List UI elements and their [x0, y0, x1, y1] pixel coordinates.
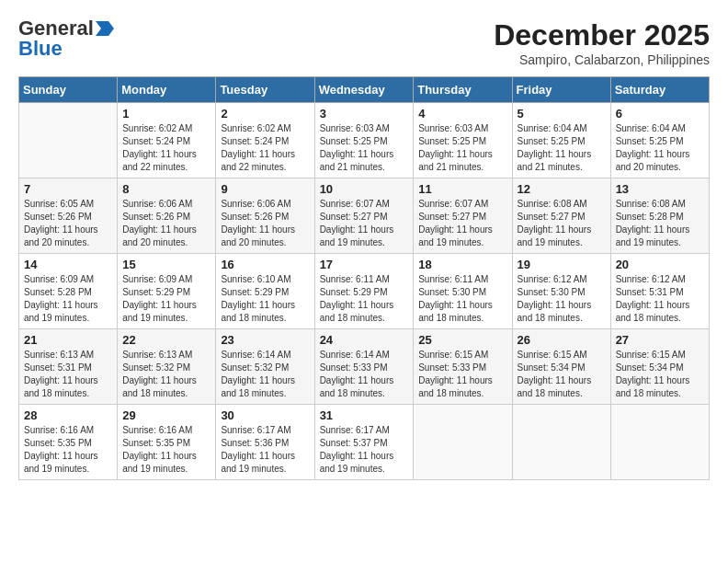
- day-info: Sunrise: 6:03 AM Sunset: 5:25 PM Dayligh…: [320, 122, 409, 174]
- calendar-cell: 23Sunrise: 6:14 AM Sunset: 5:32 PM Dayli…: [216, 329, 314, 405]
- day-number: 27: [616, 333, 704, 347]
- day-number: 11: [418, 182, 506, 196]
- day-number: 6: [616, 107, 704, 121]
- logo-blue: Blue: [18, 39, 63, 59]
- day-info: Sunrise: 6:05 AM Sunset: 5:26 PM Dayligh…: [24, 198, 112, 249]
- day-info: Sunrise: 6:08 AM Sunset: 5:27 PM Dayligh…: [518, 198, 606, 249]
- column-header-wednesday: Wednesday: [314, 77, 414, 103]
- calendar-cell: 31Sunrise: 6:17 AM Sunset: 5:37 PM Dayli…: [314, 405, 414, 480]
- calendar-cell: [414, 405, 512, 480]
- calendar-cell: [512, 405, 610, 480]
- day-info: Sunrise: 6:10 AM Sunset: 5:29 PM Dayligh…: [221, 273, 309, 325]
- day-number: 15: [122, 258, 210, 271]
- day-number: 26: [518, 333, 606, 347]
- column-header-thursday: Thursday: [414, 77, 512, 103]
- calendar-cell: 7Sunrise: 6:05 AM Sunset: 5:26 PM Daylig…: [19, 178, 118, 254]
- calendar-cell: 17Sunrise: 6:11 AM Sunset: 5:29 PM Dayli…: [314, 254, 414, 329]
- day-info: Sunrise: 6:04 AM Sunset: 5:25 PM Dayligh…: [616, 122, 704, 174]
- calendar-cell: 15Sunrise: 6:09 AM Sunset: 5:29 PM Dayli…: [118, 254, 216, 329]
- day-number: 1: [122, 107, 210, 121]
- calendar-cell: 24Sunrise: 6:14 AM Sunset: 5:33 PM Dayli…: [314, 329, 414, 405]
- day-info: Sunrise: 6:17 AM Sunset: 5:37 PM Dayligh…: [320, 424, 409, 476]
- day-info: Sunrise: 6:08 AM Sunset: 5:28 PM Dayligh…: [616, 198, 704, 249]
- calendar-cell: 14Sunrise: 6:09 AM Sunset: 5:28 PM Dayli…: [19, 254, 118, 329]
- calendar-cell: 3Sunrise: 6:03 AM Sunset: 5:25 PM Daylig…: [314, 103, 414, 178]
- calendar-cell: 16Sunrise: 6:10 AM Sunset: 5:29 PM Dayli…: [216, 254, 314, 329]
- logo-general: General: [18, 18, 94, 39]
- calendar-week-row: 7Sunrise: 6:05 AM Sunset: 5:26 PM Daylig…: [19, 178, 710, 254]
- day-info: Sunrise: 6:04 AM Sunset: 5:25 PM Dayligh…: [518, 122, 606, 174]
- calendar-cell: 5Sunrise: 6:04 AM Sunset: 5:25 PM Daylig…: [512, 103, 610, 178]
- day-number: 29: [122, 408, 210, 422]
- page-header: General Blue December 2025 Sampiro, Cala…: [18, 18, 710, 67]
- day-info: Sunrise: 6:16 AM Sunset: 5:35 PM Dayligh…: [122, 424, 210, 476]
- calendar-cell: 20Sunrise: 6:12 AM Sunset: 5:31 PM Dayli…: [610, 254, 709, 329]
- column-header-monday: Monday: [118, 77, 216, 103]
- day-number: 5: [518, 107, 606, 121]
- day-number: 20: [616, 258, 704, 271]
- calendar-cell: 4Sunrise: 6:03 AM Sunset: 5:25 PM Daylig…: [414, 103, 512, 178]
- column-header-sunday: Sunday: [19, 77, 118, 103]
- day-info: Sunrise: 6:13 AM Sunset: 5:31 PM Dayligh…: [24, 349, 112, 400]
- day-number: 23: [221, 333, 309, 347]
- calendar-cell: 29Sunrise: 6:16 AM Sunset: 5:35 PM Dayli…: [118, 405, 216, 480]
- calendar-cell: 6Sunrise: 6:04 AM Sunset: 5:25 PM Daylig…: [610, 103, 709, 178]
- day-info: Sunrise: 6:07 AM Sunset: 5:27 PM Dayligh…: [418, 198, 506, 249]
- day-info: Sunrise: 6:09 AM Sunset: 5:29 PM Dayligh…: [122, 273, 210, 325]
- day-number: 22: [122, 333, 210, 347]
- calendar-cell: 13Sunrise: 6:08 AM Sunset: 5:28 PM Dayli…: [610, 178, 709, 254]
- calendar-week-row: 21Sunrise: 6:13 AM Sunset: 5:31 PM Dayli…: [19, 329, 710, 405]
- day-number: 21: [24, 333, 112, 347]
- calendar-header-row: SundayMondayTuesdayWednesdayThursdayFrid…: [19, 77, 710, 103]
- day-info: Sunrise: 6:14 AM Sunset: 5:32 PM Dayligh…: [221, 349, 309, 400]
- day-info: Sunrise: 6:06 AM Sunset: 5:26 PM Dayligh…: [221, 198, 309, 249]
- day-info: Sunrise: 6:09 AM Sunset: 5:28 PM Dayligh…: [24, 273, 112, 325]
- day-info: Sunrise: 6:11 AM Sunset: 5:30 PM Dayligh…: [418, 273, 506, 325]
- day-info: Sunrise: 6:13 AM Sunset: 5:32 PM Dayligh…: [122, 349, 210, 400]
- calendar-cell: [19, 103, 118, 178]
- calendar-cell: 25Sunrise: 6:15 AM Sunset: 5:33 PM Dayli…: [414, 329, 512, 405]
- day-number: 19: [518, 258, 606, 271]
- calendar-week-row: 28Sunrise: 6:16 AM Sunset: 5:35 PM Dayli…: [19, 405, 710, 480]
- column-header-saturday: Saturday: [610, 77, 709, 103]
- day-info: Sunrise: 6:15 AM Sunset: 5:34 PM Dayligh…: [616, 349, 704, 400]
- logo: General Blue: [18, 18, 114, 59]
- day-number: 16: [221, 258, 309, 271]
- day-number: 17: [320, 258, 409, 271]
- day-number: 12: [518, 182, 606, 196]
- day-number: 14: [24, 258, 112, 271]
- column-header-friday: Friday: [512, 77, 610, 103]
- calendar-cell: 9Sunrise: 6:06 AM Sunset: 5:26 PM Daylig…: [216, 178, 314, 254]
- day-info: Sunrise: 6:15 AM Sunset: 5:33 PM Dayligh…: [418, 349, 506, 400]
- day-number: 18: [418, 258, 506, 271]
- calendar-cell: 19Sunrise: 6:12 AM Sunset: 5:30 PM Dayli…: [512, 254, 610, 329]
- day-info: Sunrise: 6:03 AM Sunset: 5:25 PM Dayligh…: [418, 122, 506, 174]
- calendar-cell: 22Sunrise: 6:13 AM Sunset: 5:32 PM Dayli…: [118, 329, 216, 405]
- day-info: Sunrise: 6:15 AM Sunset: 5:34 PM Dayligh…: [518, 349, 606, 400]
- column-header-tuesday: Tuesday: [216, 77, 314, 103]
- calendar-cell: 2Sunrise: 6:02 AM Sunset: 5:24 PM Daylig…: [216, 103, 314, 178]
- day-number: 13: [616, 182, 704, 196]
- day-number: 24: [320, 333, 409, 347]
- calendar-cell: 28Sunrise: 6:16 AM Sunset: 5:35 PM Dayli…: [19, 405, 118, 480]
- day-info: Sunrise: 6:07 AM Sunset: 5:27 PM Dayligh…: [320, 198, 409, 249]
- day-info: Sunrise: 6:12 AM Sunset: 5:30 PM Dayligh…: [518, 273, 606, 325]
- day-info: Sunrise: 6:12 AM Sunset: 5:31 PM Dayligh…: [616, 273, 704, 325]
- day-number: 10: [320, 182, 409, 196]
- day-number: 28: [24, 408, 112, 422]
- calendar-cell: [610, 405, 709, 480]
- svg-marker-0: [96, 21, 114, 36]
- day-number: 8: [122, 182, 210, 196]
- calendar-cell: 26Sunrise: 6:15 AM Sunset: 5:34 PM Dayli…: [512, 329, 610, 405]
- calendar-cell: 18Sunrise: 6:11 AM Sunset: 5:30 PM Dayli…: [414, 254, 512, 329]
- day-info: Sunrise: 6:14 AM Sunset: 5:33 PM Dayligh…: [320, 349, 409, 400]
- month-title: December 2025: [494, 18, 710, 52]
- calendar-cell: 8Sunrise: 6:06 AM Sunset: 5:26 PM Daylig…: [118, 178, 216, 254]
- calendar-cell: 1Sunrise: 6:02 AM Sunset: 5:24 PM Daylig…: [118, 103, 216, 178]
- calendar-cell: 30Sunrise: 6:17 AM Sunset: 5:36 PM Dayli…: [216, 405, 314, 480]
- day-info: Sunrise: 6:02 AM Sunset: 5:24 PM Dayligh…: [122, 122, 210, 174]
- day-info: Sunrise: 6:02 AM Sunset: 5:24 PM Dayligh…: [221, 122, 309, 174]
- day-number: 4: [418, 107, 506, 121]
- day-info: Sunrise: 6:17 AM Sunset: 5:36 PM Dayligh…: [221, 424, 309, 476]
- calendar-cell: 12Sunrise: 6:08 AM Sunset: 5:27 PM Dayli…: [512, 178, 610, 254]
